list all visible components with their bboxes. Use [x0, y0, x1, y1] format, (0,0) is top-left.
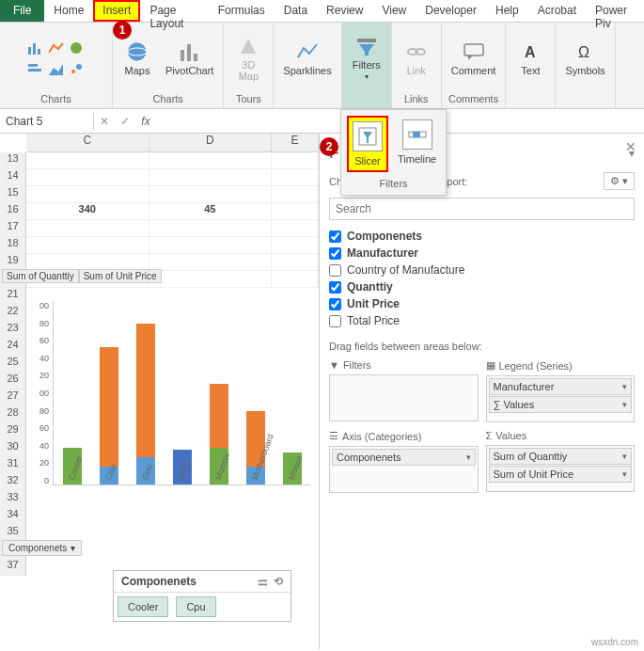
tab-view[interactable]: View [372, 0, 416, 22]
text-button[interactable]: A Text [511, 39, 549, 78]
filters-button[interactable]: Filters ▾ [348, 33, 385, 83]
tab-file[interactable]: File [0, 0, 44, 22]
row-header[interactable]: 33 [0, 491, 25, 508]
col-header[interactable]: D [149, 134, 273, 151]
slicer-button[interactable]: Slicer [347, 116, 388, 172]
charts-icon-grid[interactable] [26, 39, 86, 78]
worksheet[interactable]: C D E 1314151617181920212223242526272829… [0, 134, 320, 649]
legend-box[interactable]: Manufacturer▾∑ Values▾ [486, 375, 636, 422]
slicer-item[interactable]: Cooler [118, 596, 168, 617]
row-header[interactable]: 22 [0, 305, 25, 322]
field-checkbox[interactable] [329, 315, 341, 327]
comment-button[interactable]: Comment [448, 39, 500, 78]
tab-review[interactable]: Review [317, 0, 372, 22]
field-checkbox[interactable] [329, 264, 341, 277]
timeline-button[interactable]: Timeline [394, 116, 440, 172]
row-header[interactable]: 37 [0, 559, 25, 576]
tab-data[interactable]: Data [275, 0, 317, 22]
row-header[interactable]: 25 [0, 356, 25, 373]
row-header[interactable]: 21 [0, 288, 25, 305]
components-filter-bar[interactable]: Componenets ▾ [2, 540, 82, 556]
slicer-item[interactable]: Cpu [176, 596, 215, 617]
values-box[interactable]: Sum of Quanttiy▾Sum of Unit Price▾ [486, 445, 636, 492]
field-checkbox[interactable] [329, 281, 341, 294]
zone-chip[interactable]: Manufacturer▾ [489, 378, 633, 395]
link-button[interactable]: Link [398, 39, 435, 78]
zone-chip[interactable]: ∑ Values▾ [489, 396, 633, 413]
multiselect-icon[interactable]: ⚌ [258, 575, 268, 588]
filters-box[interactable] [329, 374, 479, 421]
chart-type-icon[interactable] [26, 59, 45, 78]
tab-insert[interactable]: Insert [93, 0, 140, 22]
watermark: wsxdn.com [591, 637, 638, 647]
chart-type-icon[interactable] [47, 59, 66, 78]
cell-d16[interactable]: 45 [149, 203, 273, 219]
field-item[interactable]: Country of Manufacture [329, 262, 635, 278]
tab-help[interactable]: Help [486, 0, 528, 22]
chart-type-icon[interactable] [68, 39, 86, 57]
group-label-charts: Charts [40, 91, 71, 106]
row-header[interactable]: 17 [0, 220, 25, 237]
tab-developer[interactable]: Developer [416, 0, 486, 22]
zone-chip[interactable]: Sum of Unit Price▾ [489, 466, 633, 483]
zone-chip[interactable]: Sum of Quanttiy▾ [489, 448, 633, 465]
slicer-panel[interactable]: Componenets ⚌ ⟲ Cooler Cpu [113, 570, 291, 622]
pivot-chart[interactable]: 008060402000806040200 CoolerCpuGpuHDDMon… [28, 301, 310, 508]
field-item[interactable]: Total Price [329, 312, 635, 329]
sum-quantity-label[interactable]: Sum of Quanttiy [2, 269, 79, 283]
field-checkbox[interactable] [329, 298, 341, 310]
sum-unitprice-label[interactable]: Sum of Unit Price [79, 269, 162, 283]
gear-icon[interactable]: ⚙ ▾ [604, 172, 635, 190]
field-checkbox[interactable] [329, 247, 341, 260]
close-icon[interactable]: ✕ [625, 139, 636, 154]
row-header[interactable]: 13 [0, 152, 25, 169]
cancel-formula-icon[interactable]: ✕ [94, 115, 115, 128]
tab-home[interactable]: Home [44, 0, 93, 22]
row-header[interactable]: 24 [0, 339, 25, 356]
sparklines-button[interactable]: Sparklines [279, 39, 335, 78]
field-item[interactable]: Quanttiy [329, 278, 635, 295]
tab-formulas[interactable]: Formulas [209, 0, 275, 22]
row-header[interactable]: 34 [0, 508, 25, 525]
zone-chip[interactable]: Componenets▾ [332, 449, 476, 466]
map3d-button[interactable]: 3D Map [229, 33, 267, 84]
field-item[interactable]: Manufacturer [329, 245, 635, 262]
row-header[interactable]: 29 [0, 423, 25, 440]
row-header[interactable]: 31 [0, 457, 25, 474]
chart-type-icon[interactable] [68, 59, 86, 78]
fx-icon[interactable]: fx [135, 115, 156, 128]
maps-button[interactable]: Maps [118, 39, 156, 78]
row-header[interactable]: 18 [0, 237, 25, 254]
row-header[interactable]: 16 [0, 203, 25, 220]
row-header[interactable]: 28 [0, 406, 25, 423]
field-item[interactable]: Unit Price [329, 295, 635, 312]
pivotchart-button[interactable]: PivotChart [162, 39, 217, 78]
row-header[interactable]: 15 [0, 186, 25, 203]
search-input[interactable] [329, 198, 635, 220]
svg-text:Ω: Ω [578, 44, 589, 60]
row-header[interactable]: 14 [0, 169, 25, 186]
name-box[interactable]: Chart 5 [0, 113, 94, 130]
axis-box[interactable]: Componenets▾ [329, 446, 479, 493]
omega-icon: Ω [574, 40, 597, 63]
chart-type-icon[interactable] [26, 39, 45, 57]
field-item[interactable]: Componenets [329, 228, 635, 245]
accept-formula-icon[interactable]: ✓ [115, 115, 135, 128]
col-header[interactable]: C [26, 134, 149, 151]
tab-acrobat[interactable]: Acrobat [528, 0, 586, 22]
symbols-button[interactable]: Ω Symbols [561, 39, 608, 78]
row-header[interactable]: 30 [0, 440, 25, 457]
zone-legend: ▦Legend (Series) Manufacturer▾∑ Values▾ [486, 359, 636, 422]
tab-page-layout[interactable]: Page Layout [140, 0, 208, 22]
col-header[interactable]: E [272, 134, 319, 151]
cell-c16[interactable]: 340 [26, 203, 149, 219]
chart-type-icon[interactable] [47, 39, 66, 57]
clear-filter-icon[interactable]: ⟲ [274, 575, 283, 588]
tab-power-pivot[interactable]: Power Piv [586, 0, 644, 22]
row-header[interactable]: 32 [0, 474, 25, 491]
row-header[interactable]: 23 [0, 322, 25, 339]
field-checkbox[interactable] [329, 230, 341, 243]
row-header[interactable]: 27 [0, 389, 25, 406]
column-headers: C D E [26, 134, 319, 152]
row-header[interactable]: 26 [0, 373, 25, 389]
